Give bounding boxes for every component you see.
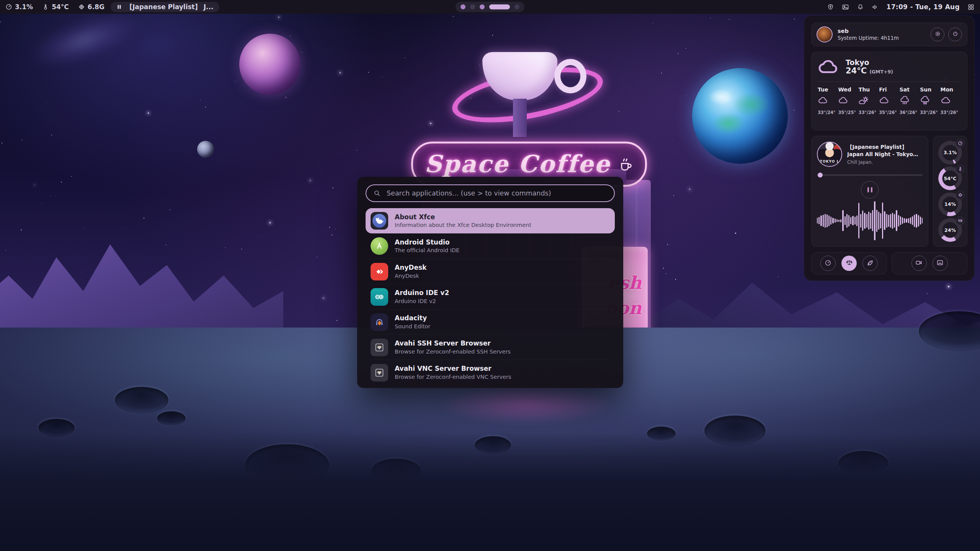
forecast-day: Mon 33°/26° — [941, 86, 961, 115]
wallpaper-small-moon — [197, 141, 214, 158]
pause-icon — [867, 187, 869, 192]
gauge-disk: 24% — [938, 218, 962, 242]
power-profile-group — [811, 252, 887, 274]
anydesk-icon — [371, 263, 388, 280]
memory-stat[interactable]: 6.8G — [78, 3, 105, 11]
vpn-icon[interactable] — [827, 3, 834, 11]
app-grid-icon[interactable] — [967, 3, 975, 11]
app-name: Arduino IDE v2 — [395, 289, 449, 297]
system-gauges: 3.1% 54°C 14% — [933, 136, 967, 247]
avatar[interactable] — [817, 26, 833, 42]
app-row-arduino-ide[interactable]: Arduino IDE v2 Arduino IDE v2 — [366, 284, 615, 309]
divider — [818, 82, 961, 82]
memory-value: 6.8G — [88, 3, 105, 11]
settings-button[interactable] — [931, 28, 944, 41]
app-row-avahi-vnc[interactable]: Avahi VNC Server Browser Browse for Zero… — [366, 360, 615, 385]
screenshot-button[interactable] — [933, 256, 948, 271]
weather-timezone: (GMT+9) — [869, 69, 893, 75]
app-row-about-xfce[interactable]: About Xfce Information about the Xfce De… — [366, 208, 615, 233]
seek-knob[interactable] — [818, 173, 823, 178]
workspace-dot-empty[interactable] — [514, 5, 519, 10]
forecast-day: Wed 35°/25° — [838, 86, 858, 115]
play-pause-button[interactable] — [861, 181, 879, 199]
cloud-icon — [879, 96, 890, 106]
music-waveform — [817, 200, 923, 241]
app-row-avahi-ssh[interactable]: Avahi SSH Server Browser Browse for Zero… — [366, 334, 615, 360]
wallpaper-earth — [692, 68, 788, 164]
ethernet-icon — [371, 339, 388, 356]
app-description: Browse for Zeroconf-enabled SSH Servers — [395, 349, 511, 355]
power-button[interactable] — [948, 28, 962, 41]
top-bar: 3.1% 54°C 6.8G 【Japanese Playlist】 J... — [0, 0, 980, 14]
power-icon — [952, 31, 959, 38]
clock[interactable]: 17:09 - Tue, 19 Aug — [887, 3, 960, 11]
topbar-system-stats: 3.1% 54°C 6.8G — [5, 3, 105, 11]
album-art-text: TOKYO L — [818, 160, 841, 163]
app-description: Browse for Zeroconf-enabled VNC Servers — [395, 374, 511, 380]
username: seb — [838, 28, 899, 34]
topbar-tray: 17:09 - Tue, 19 Aug — [827, 3, 975, 11]
app-description: Sound Editor — [395, 323, 430, 330]
profile-balanced-button[interactable] — [841, 256, 857, 271]
notifications-bell-icon[interactable] — [857, 3, 864, 11]
app-name: AnyDesk — [395, 264, 426, 271]
app-description: Arduino IDE v2 — [395, 298, 449, 305]
profile-powersave-button[interactable] — [862, 256, 878, 271]
gauge-temperature: 54°C — [938, 166, 962, 190]
cloud-icon — [838, 96, 849, 106]
track-artist: Chill Japan. — [847, 160, 923, 165]
thermometer-icon — [42, 3, 49, 10]
app-name: Avahi VNC Server Browser — [395, 365, 511, 372]
forecast-day: Fri 35°/26° — [879, 86, 899, 115]
volume-icon[interactable] — [872, 3, 879, 11]
now-playing-pill[interactable]: 【Japanese Playlist】 J... — [111, 2, 219, 12]
app-list: About Xfce Information about the Xfce De… — [366, 208, 615, 385]
workspace-dot-occupied[interactable] — [461, 5, 466, 10]
user-card: seb System Uptime: 4h11m — [811, 23, 967, 46]
gauge-icon — [5, 3, 12, 10]
app-description: Information about the Xfce Desktop Envir… — [395, 222, 531, 228]
xfce-icon — [371, 212, 388, 230]
app-name: Avahi SSH Server Browser — [395, 339, 511, 347]
album-art: TOKYO L — [817, 142, 842, 167]
rain-icon — [900, 96, 911, 106]
search-input[interactable] — [386, 189, 607, 197]
profile-performance-button[interactable] — [820, 256, 836, 271]
wallpaper-icon[interactable] — [842, 3, 849, 11]
screen-record-button[interactable] — [911, 256, 927, 271]
workspace-dot-empty[interactable] — [470, 5, 475, 10]
forecast-day: Sat 36°/26° — [900, 86, 920, 115]
app-row-audacity[interactable]: Audacity Sound Editor — [366, 309, 615, 334]
storm-icon — [920, 96, 931, 106]
seek-track[interactable] — [817, 174, 923, 176]
media-player-widget: TOKYO L 【Japanese Playlist】 Japan All Ni… — [811, 136, 928, 247]
search-box[interactable] — [366, 184, 615, 202]
chip-icon — [956, 191, 965, 199]
cloud-icon — [818, 57, 840, 77]
app-name: Audacity — [395, 314, 430, 322]
gauge-memory: 14% — [938, 192, 962, 216]
workspace-dot-active[interactable] — [489, 5, 510, 10]
cpu-usage-stat[interactable]: 3.1% — [5, 3, 33, 11]
coffee-cup-handle — [554, 59, 586, 93]
workspace-indicator-wrap — [456, 2, 524, 12]
partly-sunny-icon — [859, 96, 870, 106]
capture-group — [892, 252, 967, 274]
gauge-cpu: 3.1% — [938, 141, 962, 165]
cup-stand — [513, 99, 527, 137]
app-description: The official Android IDE — [395, 247, 459, 254]
temperature-stat[interactable]: 54°C — [42, 3, 69, 11]
app-description: AnyDesk — [395, 273, 426, 279]
forecast-day: Sun 33°/26° — [920, 86, 940, 115]
app-row-anydesk[interactable]: AnyDesk AnyDesk — [366, 259, 615, 284]
seek-bar[interactable] — [817, 173, 923, 178]
audacity-icon — [371, 313, 388, 331]
quick-actions — [811, 252, 967, 274]
workspace-dot-occupied[interactable] — [480, 5, 485, 10]
app-launcher: About Xfce Information about the Xfce De… — [357, 177, 623, 388]
arduino-icon — [371, 288, 388, 306]
gear-icon — [934, 31, 941, 38]
forecast-day: Tue 33°/24° — [818, 86, 838, 115]
app-row-android-studio[interactable]: Android Studio The official Android IDE — [366, 233, 615, 259]
screenshot-icon — [936, 259, 944, 267]
